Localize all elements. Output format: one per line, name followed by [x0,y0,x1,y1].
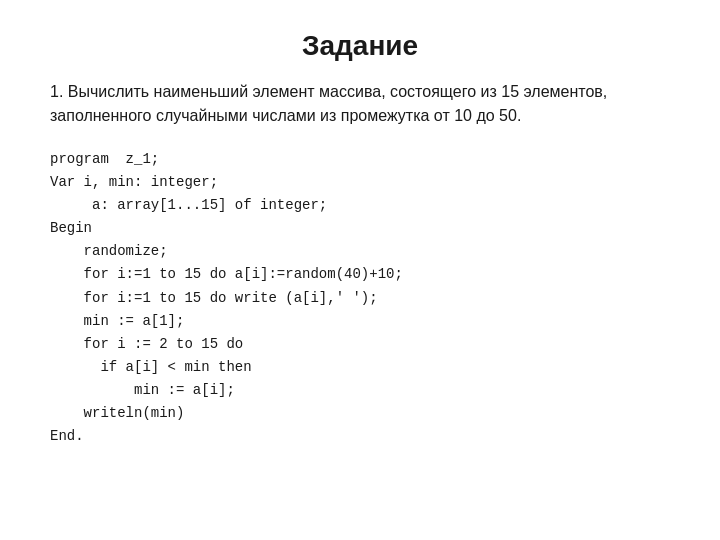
page: Задание 1. Вычислить наименьший элемент … [0,0,720,540]
page-title: Задание [50,30,670,62]
task-description: 1. Вычислить наименьший элемент массива,… [50,80,670,128]
code-block: program z_1; Var i, min: integer; a: arr… [50,148,670,448]
